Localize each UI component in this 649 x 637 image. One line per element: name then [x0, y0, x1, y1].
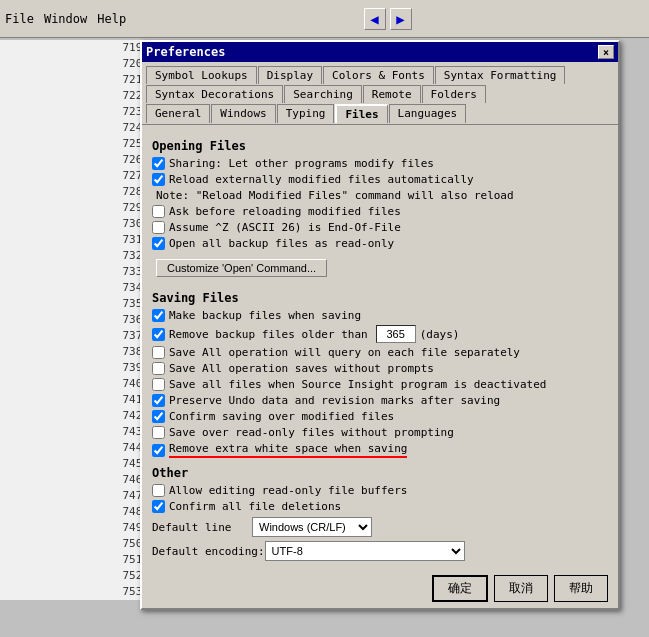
- allow-editing-label: Allow editing read-only file buffers: [169, 484, 407, 497]
- default-encoding-row: Default encoding: UTF-8 ASCII Unicode: [152, 541, 608, 561]
- nav-forward-button[interactable]: ▶: [390, 8, 412, 30]
- ascii-checkbox-row: Assume ^Z (ASCII 26) is End-Of-File: [152, 221, 608, 234]
- dialog-titlebar: Preferences ×: [142, 42, 618, 62]
- line-number: 738:: [0, 344, 154, 360]
- confirm-saving-row: Confirm saving over modified files: [152, 410, 608, 423]
- line-number: 720:: [0, 56, 154, 72]
- preferences-dialog: Preferences × Symbol Lookups Display Col…: [140, 40, 620, 610]
- make-backup-checkbox[interactable]: [152, 309, 165, 322]
- tab-row-2: Syntax Decorations Searching Remote Fold…: [146, 85, 614, 103]
- line-number: 752:: [0, 568, 154, 584]
- save-deactivated-checkbox[interactable]: [152, 378, 165, 391]
- confirm-deletions-row: Confirm all file deletions: [152, 500, 608, 513]
- save-readonly-checkbox[interactable]: [152, 426, 165, 439]
- ask-label: Ask before reloading modified files: [169, 205, 401, 218]
- tab-files[interactable]: Files: [335, 104, 387, 123]
- line-number: 730:: [0, 216, 154, 232]
- line-number: 733:: [0, 264, 154, 280]
- line-number: 731:: [0, 232, 154, 248]
- menu-window[interactable]: Window: [44, 12, 87, 26]
- tab-general[interactable]: General: [146, 104, 210, 123]
- tab-windows[interactable]: Windows: [211, 104, 275, 123]
- default-encoding-select[interactable]: UTF-8 ASCII Unicode: [265, 541, 465, 561]
- close-button[interactable]: ×: [598, 45, 614, 59]
- save-readonly-label: Save over read-only files without prompt…: [169, 426, 454, 439]
- tab-folders[interactable]: Folders: [422, 85, 486, 103]
- menu-help[interactable]: Help: [97, 12, 126, 26]
- nav-back-button[interactable]: ◀: [364, 8, 386, 30]
- tab-typing[interactable]: Typing: [277, 104, 335, 123]
- cancel-button[interactable]: 取消: [494, 575, 548, 602]
- default-encoding-label: Default encoding:: [152, 545, 265, 558]
- line-number: 743:: [0, 424, 154, 440]
- sharing-label: Sharing: Let other programs modify files: [169, 157, 434, 170]
- remove-backup-label: Remove backup files older than: [169, 328, 368, 341]
- line-number: 727:: [0, 168, 154, 184]
- make-backup-label: Make backup files when saving: [169, 309, 361, 322]
- help-button[interactable]: 帮助: [554, 575, 608, 602]
- line-number: 725:: [0, 136, 154, 152]
- make-backup-row: Make backup files when saving: [152, 309, 608, 322]
- line-number: 737:: [0, 328, 154, 344]
- dialog-content: Opening Files Sharing: Let other program…: [142, 124, 618, 571]
- saving-files-header: Saving Files: [152, 291, 608, 305]
- default-line-select[interactable]: Windows (CR/LF) Unix (LF) Mac (CR): [252, 517, 372, 537]
- tab-languages[interactable]: Languages: [389, 104, 467, 123]
- ask-checkbox[interactable]: [152, 205, 165, 218]
- default-line-label: Default line: [152, 521, 252, 534]
- tab-syntax-decorations[interactable]: Syntax Decorations: [146, 85, 283, 103]
- line-number: 748:: [0, 504, 154, 520]
- remove-whitespace-checkbox[interactable]: [152, 444, 165, 457]
- line-number: 751:: [0, 552, 154, 568]
- default-line-row: Default line Windows (CR/LF) Unix (LF) M…: [152, 517, 608, 537]
- line-number: 747:: [0, 488, 154, 504]
- line-number: 741:: [0, 392, 154, 408]
- tab-row-1: Symbol Lookups Display Colors & Fonts Sy…: [146, 66, 614, 84]
- ok-button[interactable]: 确定: [432, 575, 488, 602]
- confirm-saving-checkbox[interactable]: [152, 410, 165, 423]
- line-number: 735:: [0, 296, 154, 312]
- save-readonly-row: Save over read-only files without prompt…: [152, 426, 608, 439]
- tab-display[interactable]: Display: [258, 66, 322, 84]
- remove-whitespace-row: Remove extra white space when saving: [152, 442, 608, 458]
- line-number: 745:: [0, 456, 154, 472]
- line-number: 749:: [0, 520, 154, 536]
- remove-backup-checkbox[interactable]: [152, 328, 165, 341]
- line-number: 728:: [0, 184, 154, 200]
- tab-symbol-lookups[interactable]: Symbol Lookups: [146, 66, 257, 84]
- allow-editing-checkbox[interactable]: [152, 484, 165, 497]
- ascii-checkbox[interactable]: [152, 221, 165, 234]
- customize-open-button[interactable]: Customize 'Open' Command...: [156, 259, 327, 277]
- allow-editing-row: Allow editing read-only file buffers: [152, 484, 608, 497]
- line-number: 729:: [0, 200, 154, 216]
- tab-searching[interactable]: Searching: [284, 85, 362, 103]
- preserve-undo-checkbox[interactable]: [152, 394, 165, 407]
- line-number: 739:: [0, 360, 154, 376]
- line-number: 744:: [0, 440, 154, 456]
- backup-readonly-checkbox[interactable]: [152, 237, 165, 250]
- preserve-undo-row: Preserve Undo data and revision marks af…: [152, 394, 608, 407]
- sharing-checkbox-row: Sharing: Let other programs modify files: [152, 157, 608, 170]
- saves-without-label: Save All operation saves without prompts: [169, 362, 434, 375]
- backup-readonly-label: Open all backup files as read-only: [169, 237, 394, 250]
- saves-without-checkbox[interactable]: [152, 362, 165, 375]
- menu-file[interactable]: File: [5, 12, 34, 26]
- ascii-label: Assume ^Z (ASCII 26) is End-Of-File: [169, 221, 401, 234]
- dialog-footer: 确定 取消 帮助: [432, 575, 608, 602]
- tab-row-3: General Windows Typing Files Languages: [146, 104, 614, 123]
- confirm-saving-label: Confirm saving over modified files: [169, 410, 394, 423]
- confirm-deletions-checkbox[interactable]: [152, 500, 165, 513]
- tab-remote[interactable]: Remote: [363, 85, 421, 103]
- line-number: 723:: [0, 104, 154, 120]
- line-number: 750:: [0, 536, 154, 552]
- tab-colors-fonts[interactable]: Colors & Fonts: [323, 66, 434, 84]
- query-each-label: Save All operation will query on each fi…: [169, 346, 520, 359]
- query-each-checkbox[interactable]: [152, 346, 165, 359]
- tab-syntax-formatting[interactable]: Syntax Formatting: [435, 66, 566, 84]
- toolbar: File Window Help ◀ ▶: [0, 0, 649, 38]
- line-number: 726:: [0, 152, 154, 168]
- reload-checkbox[interactable]: [152, 173, 165, 186]
- opening-files-header: Opening Files: [152, 139, 608, 153]
- sharing-checkbox[interactable]: [152, 157, 165, 170]
- days-input[interactable]: [376, 325, 416, 343]
